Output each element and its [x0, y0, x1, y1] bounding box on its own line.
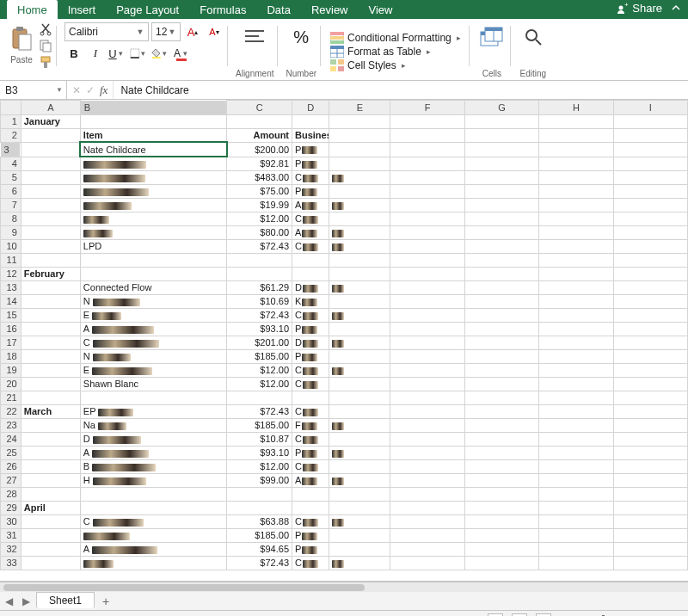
group-alignment: Alignment [227, 21, 277, 80]
table-row[interactable]: 14N $10.69K [1, 294, 688, 308]
svg-point-0 [619, 5, 624, 9]
svg-rect-11 [131, 49, 139, 58]
fill-color-button[interactable]: ▾ [150, 45, 169, 62]
table-row[interactable]: 18N $185.00P [1, 349, 688, 363]
tab-view[interactable]: View [359, 0, 403, 19]
group-cells: Cells [469, 21, 510, 80]
table-row[interactable]: 8 $12.00C [1, 212, 688, 225]
svg-rect-4 [19, 34, 31, 50]
cells-button[interactable] [477, 22, 507, 52]
table-row[interactable]: 33 $72.43C [1, 556, 688, 570]
table-row[interactable]: 13Connected Flow$61.29D [1, 280, 688, 294]
status-bar: Ready − + 100% [0, 611, 688, 616]
svg-text:+: + [624, 3, 629, 9]
format-painter-icon[interactable] [39, 55, 52, 69]
alignment-label: Alignment [236, 69, 273, 80]
table-row[interactable]: 3Nate Childcare$200.00P [1, 142, 688, 157]
table-row[interactable]: 24D $10.87C [1, 432, 688, 446]
enter-icon[interactable]: ✓ [86, 84, 95, 96]
select-all-corner[interactable] [1, 101, 22, 115]
tab-home[interactable]: Home [7, 0, 58, 19]
svg-rect-29 [338, 66, 344, 71]
table-row[interactable]: 29April [1, 501, 688, 514]
paste-label: Paste [10, 55, 33, 66]
decrease-font-icon[interactable]: A▾ [205, 23, 224, 40]
italic-button[interactable]: I [86, 45, 105, 62]
table-row[interactable]: 17C $201.00D [1, 336, 688, 349]
table-row[interactable]: 20Shawn Blanc$12.00C [1, 377, 688, 391]
table-row[interactable]: 15E $72.43C [1, 308, 688, 322]
format-as-table-button[interactable]: Format as Table▸ [329, 45, 435, 59]
cells-label: Cells [482, 69, 501, 80]
sheet-prev-icon[interactable]: ◀ [0, 595, 17, 607]
svg-point-35 [526, 30, 537, 40]
table-row[interactable]: 31 $185.00P [1, 528, 688, 542]
formula-input[interactable]: Nate Childcare [114, 81, 688, 99]
share-button[interactable]: + Share [617, 2, 662, 15]
svg-rect-13 [152, 57, 161, 59]
cut-icon[interactable] [39, 22, 52, 36]
svg-rect-21 [330, 40, 344, 44]
tab-data[interactable]: Data [256, 0, 300, 19]
sheet-tab[interactable]: Sheet1 [36, 592, 95, 608]
font-color-button[interactable]: A▾ [172, 45, 191, 62]
table-row[interactable]: 11 [1, 253, 688, 267]
table-row[interactable]: 22MarchEP $72.43C [1, 404, 688, 418]
tab-formulas[interactable]: Formulas [189, 0, 256, 19]
tab-insert[interactable]: Insert [58, 0, 107, 19]
alignment-button[interactable] [240, 22, 269, 52]
cancel-icon[interactable]: ✕ [72, 84, 81, 96]
tab-review[interactable]: Review [301, 0, 359, 19]
table-row[interactable]: 2ItemAmountBusiness [1, 128, 688, 142]
conditional-formatting-button[interactable]: Conditional Formatting▸ [329, 31, 465, 45]
svg-rect-19 [330, 32, 344, 35]
table-row[interactable]: 6 $75.00P [1, 184, 688, 198]
formula-bar: B3▼ ✕ ✓ fx Nate Childcare [0, 81, 688, 100]
table-row[interactable]: 19E $12.00C [1, 363, 688, 377]
column-headers[interactable]: A B C D E F G H I [1, 101, 688, 115]
table-row[interactable]: 25A $93.10P [1, 446, 688, 459]
table-row[interactable]: 9 $80.00A [1, 225, 688, 239]
horizontal-scrollbar[interactable] [0, 582, 688, 592]
table-row[interactable]: 7 $19.99A [1, 198, 688, 212]
number-label: Number [286, 69, 316, 80]
name-box[interactable]: B3▼ [0, 81, 67, 99]
svg-rect-28 [330, 66, 336, 71]
table-row[interactable]: 27H $99.00A [1, 473, 688, 487]
table-row[interactable]: 23Na $185.00F [1, 418, 688, 432]
table-row[interactable]: 4 $92.81P [1, 157, 688, 170]
cell-styles-button[interactable]: Cell Styles▸ [329, 59, 410, 72]
svg-rect-8 [43, 43, 51, 52]
increase-font-icon[interactable]: A▴ [183, 23, 202, 40]
editing-button[interactable] [519, 22, 548, 52]
table-row[interactable]: 28 [1, 487, 688, 501]
tab-page-layout[interactable]: Page Layout [106, 0, 189, 19]
font-size-select[interactable]: 12▼ [151, 22, 181, 41]
table-row[interactable]: 16A $93.10P [1, 322, 688, 336]
font-name-select[interactable]: Calibri▼ [64, 22, 149, 41]
sheet-next-icon[interactable]: ▶ [17, 595, 34, 607]
table-row[interactable]: 5 $483.00C [1, 170, 688, 184]
add-sheet-button[interactable]: + [96, 594, 115, 608]
svg-line-36 [536, 40, 541, 45]
collapse-ribbon-icon[interactable] [671, 3, 681, 13]
table-row[interactable]: 1January [1, 114, 688, 128]
number-format-button[interactable]: % [286, 22, 316, 52]
table-row[interactable]: 12February [1, 267, 688, 280]
underline-button[interactable]: U▾ [108, 45, 126, 62]
copy-icon[interactable] [39, 39, 52, 52]
fx-icon[interactable]: fx [100, 83, 108, 97]
svg-rect-26 [330, 59, 336, 65]
borders-button[interactable]: ▾ [129, 45, 148, 62]
svg-rect-10 [44, 62, 47, 68]
table-row[interactable]: 21 [1, 391, 688, 404]
bold-button[interactable]: B [64, 45, 83, 62]
table-row[interactable]: 30C $63.88C [1, 514, 688, 528]
table-row[interactable]: 26B $12.00C [1, 459, 688, 473]
svg-rect-27 [338, 59, 344, 65]
table-row[interactable]: 10LPD$72.43C [1, 239, 688, 253]
spreadsheet-grid[interactable]: A B C D E F G H I 1January2ItemAmountBus… [0, 100, 688, 582]
svg-rect-3 [16, 27, 23, 31]
table-row[interactable]: 32A $94.65P [1, 542, 688, 556]
paste-icon[interactable] [9, 26, 34, 53]
